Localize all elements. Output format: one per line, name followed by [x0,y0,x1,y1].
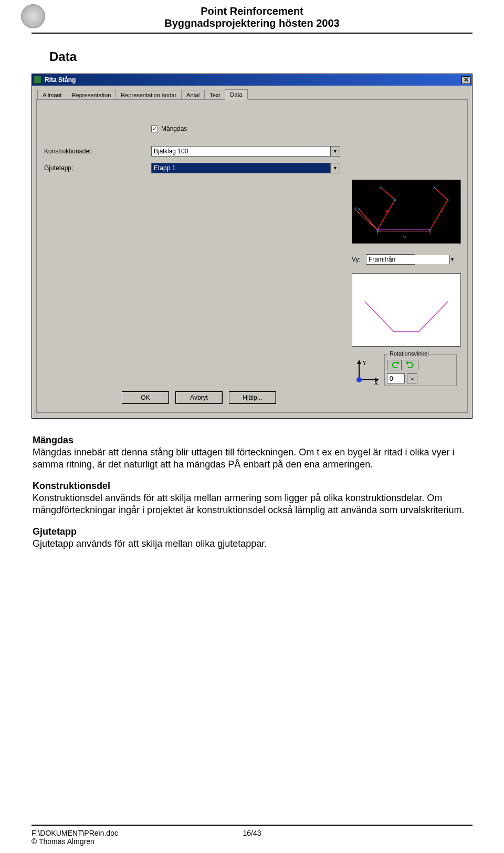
header-title-1: Point Reinforcement [32,5,472,17]
vy-combo[interactable]: ▼ [366,254,415,265]
ok-button[interactable]: OK [122,391,169,404]
konstruktionsdel-paragraph: Konstruktionsdel används för att skilja … [33,492,471,516]
footer-author: Thomas Almgren [32,837,226,846]
tab-antal[interactable]: Antal [181,90,205,100]
gjutetapp-paragraph: Gjutetapp används för att skilja mellan … [33,538,471,550]
chevron-down-icon[interactable]: ▼ [330,147,340,156]
axis-y-label: Y [362,359,367,367]
konstruktionsdel-combo[interactable]: ▼ [151,146,340,157]
tab-representation[interactable]: Representation [67,90,117,100]
svg-text:G: G [403,234,406,239]
help-button[interactable]: Hjälp... [229,391,276,404]
mangdas-paragraph: Mängdas innebär att denna stång blir utt… [33,446,471,471]
dialog-titlebar: Rita Stång ✕ [32,74,472,86]
tab-data[interactable]: Data [225,89,247,100]
dialog-title: Rita Stång [45,76,461,84]
svg-point-7 [356,377,362,382]
section-heading: Data [49,49,472,64]
svg-marker-4 [357,360,361,364]
document-header: Point Reinforcement Byggnadsprojektering… [32,5,472,34]
tab-strip: Allmänt Representation Representation än… [37,89,468,99]
body-text: Mängdas Mängdas innebär att denna stång … [33,434,471,550]
konstruktionsdel-input[interactable] [152,147,330,156]
rotate-cw-button[interactable] [404,360,418,370]
rotation-legend: Rotationsvinkel [388,350,430,357]
rotation-group: Rotationsvinkel [384,354,457,386]
gjutetapp-combo[interactable]: ▼ [151,163,340,173]
konstruktionsdel-label: Konstruktionsdel: [44,148,151,155]
chevron-down-icon[interactable]: ▼ [330,163,340,173]
svg-text:B: B [386,210,388,214]
dialog-window: Rita Stång ✕ Allmänt Representation Repr… [32,74,472,419]
close-button[interactable]: ✕ [461,76,470,84]
tab-allmant[interactable]: Allmänt [37,90,67,100]
svg-marker-9 [406,361,408,365]
axis-x-label: X [374,379,379,386]
vy-input[interactable] [366,255,449,264]
rotation-value-input[interactable] [387,373,405,383]
konstruktionsdel-heading: Konstruktionsdel [33,480,471,492]
header-title-2: Byggnadsprojektering hösten 2003 [32,17,472,29]
rotate-ccw-button[interactable] [387,360,402,370]
svg-marker-8 [397,361,400,365]
tab-panel-data: ✓ Mängdas Konstruktionsdel: ▼ Gjutetapp; [36,99,468,413]
rotation-step-button[interactable]: > [407,373,417,383]
vy-label: Vy: [352,256,361,263]
close-icon: ✕ [464,76,469,84]
svg-text:C: C [440,210,443,214]
app-icon [34,76,42,84]
tab-text[interactable]: Text [204,90,225,100]
gjutetapp-label: Gjutetapp; [44,164,151,172]
footer-page-number: 16/43 [226,829,278,846]
axis-indicator: Y X [352,357,381,386]
mangdas-heading: Mängdas [33,434,471,446]
gjutetapp-input[interactable] [152,163,330,173]
bar-view-preview [352,273,461,347]
institution-seal-icon [21,4,45,28]
footer-path: F:\DOKUMENT\PRein.doc [32,829,226,837]
gjutetapp-heading: Gjutetapp [33,526,471,538]
page-footer: F:\DOKUMENT\PRein.doc Thomas Almgren 16/… [32,825,472,846]
cancel-button[interactable]: Avbryt [175,391,223,404]
mangdas-checkbox-label: Mängdas [161,125,187,132]
chevron-down-icon[interactable]: ▼ [449,255,455,264]
tab-representation-andar[interactable]: Representation ändar [116,90,182,100]
bar-shape-preview: G B C [352,180,461,244]
mangdas-checkbox[interactable]: ✓ [151,126,158,132]
